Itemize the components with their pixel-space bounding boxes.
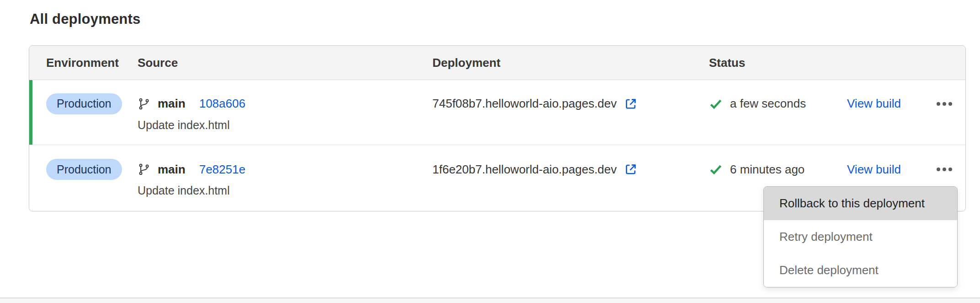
header-deployment: Deployment <box>432 56 709 70</box>
environment-cell: Production <box>46 93 138 132</box>
status-time: a few seconds <box>730 97 806 111</box>
page-title: All deployments <box>30 11 140 27</box>
external-link-icon[interactable] <box>624 97 638 111</box>
branch-name: main <box>158 162 186 177</box>
commit-message: Update index.html <box>138 184 432 197</box>
environment-badge: Production <box>46 159 122 180</box>
branch-name: main <box>158 97 186 111</box>
status-cell: 6 minutes ago <box>709 159 847 180</box>
check-icon <box>709 162 723 176</box>
status-time: 6 minutes ago <box>730 162 804 177</box>
header-environment: Environment <box>46 56 138 70</box>
view-build-link[interactable]: View build <box>847 162 901 177</box>
status-cell: a few seconds <box>709 93 847 114</box>
ellipsis-icon <box>937 168 940 171</box>
view-build-cell: View build <box>847 93 934 114</box>
source-cell: main 108a606 Update index.html <box>138 93 432 132</box>
more-options-button[interactable] <box>934 97 955 110</box>
external-link-icon[interactable] <box>624 162 638 176</box>
menu-item-retry[interactable]: Retry deployment <box>764 220 957 254</box>
row-actions-cell <box>934 159 965 180</box>
deployment-cell: 745f08b7.helloworld-aio.pages.dev <box>432 93 709 114</box>
source-cell: main 7e8251e Update index.html <box>138 159 432 197</box>
commit-link[interactable]: 108a606 <box>199 97 245 111</box>
menu-item-delete[interactable]: Delete deployment <box>764 254 957 287</box>
page-bottom-divider <box>0 298 980 303</box>
header-source: Source <box>138 56 432 70</box>
table-row: Production main 108a606 Update index.htm… <box>29 80 965 145</box>
deployment-cell: 1f6e20b7.helloworld-aio.pages.dev <box>432 159 709 180</box>
view-build-cell: View build <box>847 159 934 180</box>
environment-cell: Production <box>46 159 138 197</box>
header-status: Status <box>709 56 965 70</box>
deployment-url: 1f6e20b7.helloworld-aio.pages.dev <box>432 162 617 177</box>
deployment-url: 745f08b7.helloworld-aio.pages.dev <box>432 97 617 111</box>
check-icon <box>709 97 723 111</box>
git-branch-icon <box>138 163 150 176</box>
table-header-row: Environment Source Deployment Status <box>29 46 965 80</box>
view-build-link[interactable]: View build <box>847 97 901 111</box>
ellipsis-icon <box>937 102 940 106</box>
menu-item-rollback[interactable]: Rollback to this deployment <box>764 187 957 220</box>
environment-badge: Production <box>46 93 122 114</box>
row-actions-menu: Rollback to this deployment Retry deploy… <box>763 186 958 287</box>
git-branch-icon <box>138 97 150 110</box>
commit-link[interactable]: 7e8251e <box>199 162 245 177</box>
row-actions-cell <box>934 93 965 114</box>
deployments-page: All deployments Environment Source Deplo… <box>0 0 980 303</box>
more-options-button[interactable] <box>934 163 955 176</box>
commit-message: Update index.html <box>138 119 432 132</box>
